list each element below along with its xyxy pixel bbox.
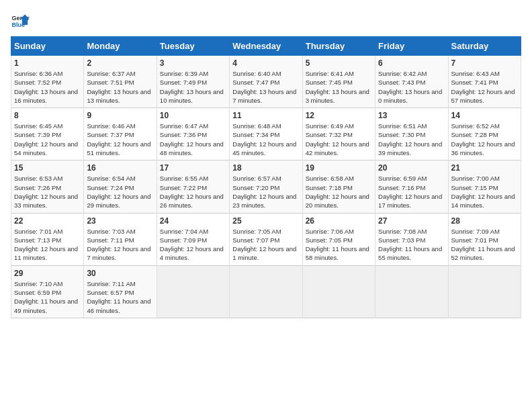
column-header-saturday: Saturday (448, 37, 521, 56)
sunrise-text: Sunrise: 6:58 AM (306, 174, 372, 183)
cell-content: Sunrise: 6:55 AM Sunset: 7:22 PM Dayligh… (160, 174, 226, 210)
column-header-sunday: Sunday (11, 37, 84, 56)
cell-content: Sunrise: 6:42 AM Sunset: 7:43 PM Dayligh… (378, 69, 445, 105)
column-header-monday: Monday (84, 37, 157, 56)
sunset-text: Sunset: 7:22 PM (160, 183, 226, 192)
sunrise-text: Sunrise: 6:53 AM (14, 174, 81, 183)
cell-content: Sunrise: 6:47 AM Sunset: 7:36 PM Dayligh… (160, 122, 226, 157)
cell-content: Sunrise: 6:37 AM Sunset: 7:51 PM Dayligh… (87, 69, 153, 105)
column-header-tuesday: Tuesday (157, 37, 229, 56)
sunset-text: Sunset: 6:57 PM (87, 288, 153, 297)
daylight-text: Daylight: 12 hours and 7 minutes. (87, 244, 153, 263)
sunrise-text: Sunrise: 7:00 AM (451, 174, 518, 183)
sunrise-text: Sunrise: 7:04 AM (160, 227, 226, 236)
sunrise-text: Sunrise: 6:48 AM (232, 122, 299, 130)
sunset-text: Sunset: 7:16 PM (378, 183, 445, 192)
cell-content: Sunrise: 6:52 AM Sunset: 7:28 PM Dayligh… (451, 122, 518, 157)
daylight-text: Daylight: 13 hours and 0 minutes. (378, 87, 445, 105)
sunset-text: Sunset: 7:20 PM (232, 183, 299, 192)
daylight-text: Daylight: 12 hours and 20 minutes. (306, 192, 372, 210)
calendar-cell (448, 265, 521, 318)
sunrise-text: Sunrise: 6:39 AM (160, 69, 226, 78)
sunrise-text: Sunrise: 6:41 AM (306, 69, 372, 78)
sunset-text: Sunset: 7:30 PM (378, 130, 445, 139)
daylight-text: Daylight: 11 hours and 58 minutes. (306, 244, 372, 263)
calendar-cell: 28 Sunrise: 7:09 AM Sunset: 7:01 PM Dayl… (448, 213, 521, 265)
calendar-cell: 30 Sunrise: 7:11 AM Sunset: 6:57 PM Dayl… (84, 265, 157, 318)
sunrise-text: Sunrise: 6:59 AM (378, 174, 445, 183)
day-number: 26 (306, 216, 372, 226)
day-number: 10 (160, 111, 226, 120)
cell-content: Sunrise: 6:46 AM Sunset: 7:37 PM Dayligh… (87, 122, 153, 157)
daylight-text: Daylight: 13 hours and 10 minutes. (160, 87, 226, 105)
day-number: 17 (160, 163, 226, 173)
sunset-text: Sunset: 7:11 PM (87, 236, 153, 244)
cell-content: Sunrise: 6:49 AM Sunset: 7:32 PM Dayligh… (306, 122, 372, 157)
column-header-friday: Friday (375, 37, 448, 56)
calendar-cell: 26 Sunrise: 7:06 AM Sunset: 7:05 PM Dayl… (302, 213, 375, 265)
daylight-text: Daylight: 13 hours and 16 minutes. (14, 87, 81, 105)
day-number: 4 (232, 58, 299, 68)
sunrise-text: Sunrise: 6:42 AM (378, 69, 445, 78)
cell-content: Sunrise: 7:05 AM Sunset: 7:07 PM Dayligh… (232, 227, 299, 263)
daylight-text: Daylight: 12 hours and 57 minutes. (451, 87, 518, 105)
daylight-text: Daylight: 13 hours and 3 minutes. (306, 87, 372, 105)
sunrise-text: Sunrise: 6:43 AM (451, 69, 518, 78)
day-number: 29 (14, 269, 81, 278)
calendar-week-row: 15 Sunrise: 6:53 AM Sunset: 7:26 PM Dayl… (11, 161, 521, 213)
calendar-cell: 15 Sunrise: 6:53 AM Sunset: 7:26 PM Dayl… (11, 161, 84, 213)
column-header-thursday: Thursday (302, 37, 375, 56)
calendar-cell (230, 265, 302, 318)
calendar-cell: 19 Sunrise: 6:58 AM Sunset: 7:18 PM Dayl… (302, 161, 375, 213)
cell-content: Sunrise: 6:45 AM Sunset: 7:39 PM Dayligh… (14, 122, 81, 157)
calendar-cell: 5 Sunrise: 6:41 AM Sunset: 7:45 PM Dayli… (302, 56, 375, 108)
calendar-cell: 24 Sunrise: 7:04 AM Sunset: 7:09 PM Dayl… (157, 213, 229, 265)
sunrise-text: Sunrise: 7:11 AM (87, 279, 153, 288)
sunrise-text: Sunrise: 6:49 AM (306, 122, 372, 130)
calendar-cell: 29 Sunrise: 7:10 AM Sunset: 6:59 PM Dayl… (11, 265, 84, 318)
calendar-week-row: 29 Sunrise: 7:10 AM Sunset: 6:59 PM Dayl… (11, 265, 521, 318)
cell-content: Sunrise: 6:54 AM Sunset: 7:24 PM Dayligh… (87, 174, 153, 210)
calendar-cell: 14 Sunrise: 6:52 AM Sunset: 7:28 PM Dayl… (448, 108, 521, 161)
cell-content: Sunrise: 6:41 AM Sunset: 7:45 PM Dayligh… (306, 69, 372, 105)
sunset-text: Sunset: 6:59 PM (14, 288, 81, 297)
calendar-cell (157, 265, 229, 318)
daylight-text: Daylight: 12 hours and 4 minutes. (160, 244, 226, 263)
day-number: 15 (14, 163, 81, 173)
daylight-text: Daylight: 11 hours and 52 minutes. (451, 244, 518, 263)
day-number: 27 (378, 216, 445, 226)
cell-content: Sunrise: 6:40 AM Sunset: 7:47 PM Dayligh… (232, 69, 299, 105)
calendar-cell: 11 Sunrise: 6:48 AM Sunset: 7:34 PM Dayl… (230, 108, 302, 161)
cell-content: Sunrise: 7:10 AM Sunset: 6:59 PM Dayligh… (14, 279, 81, 315)
day-number: 19 (306, 163, 372, 173)
calendar-cell: 10 Sunrise: 6:47 AM Sunset: 7:36 PM Dayl… (157, 108, 229, 161)
daylight-text: Daylight: 12 hours and 17 minutes. (378, 192, 445, 210)
calendar-cell: 25 Sunrise: 7:05 AM Sunset: 7:07 PM Dayl… (230, 213, 302, 265)
calendar-cell: 27 Sunrise: 7:08 AM Sunset: 7:03 PM Dayl… (375, 213, 448, 265)
sunrise-text: Sunrise: 7:06 AM (306, 227, 372, 236)
sunrise-text: Sunrise: 6:36 AM (14, 69, 81, 78)
sunrise-text: Sunrise: 6:37 AM (87, 69, 153, 78)
calendar-cell: 23 Sunrise: 7:03 AM Sunset: 7:11 PM Dayl… (84, 213, 157, 265)
cell-content: Sunrise: 7:01 AM Sunset: 7:13 PM Dayligh… (14, 227, 81, 263)
page-header: General Blue (11, 11, 521, 30)
sunset-text: Sunset: 7:07 PM (232, 236, 299, 244)
cell-content: Sunrise: 7:09 AM Sunset: 7:01 PM Dayligh… (451, 227, 518, 263)
sunset-text: Sunset: 7:36 PM (160, 130, 226, 139)
daylight-text: Daylight: 12 hours and 29 minutes. (87, 192, 153, 210)
calendar-cell: 18 Sunrise: 6:57 AM Sunset: 7:20 PM Dayl… (230, 161, 302, 213)
cell-content: Sunrise: 6:59 AM Sunset: 7:16 PM Dayligh… (378, 174, 445, 210)
daylight-text: Daylight: 12 hours and 48 minutes. (160, 140, 226, 158)
cell-content: Sunrise: 6:51 AM Sunset: 7:30 PM Dayligh… (378, 122, 445, 157)
sunset-text: Sunset: 7:26 PM (14, 183, 81, 192)
cell-content: Sunrise: 6:57 AM Sunset: 7:20 PM Dayligh… (232, 174, 299, 210)
sunrise-text: Sunrise: 6:51 AM (378, 122, 445, 130)
calendar-cell: 2 Sunrise: 6:37 AM Sunset: 7:51 PM Dayli… (84, 56, 157, 108)
column-header-wednesday: Wednesday (230, 37, 302, 56)
sunset-text: Sunset: 7:52 PM (14, 78, 81, 87)
sunset-text: Sunset: 7:15 PM (451, 183, 518, 192)
cell-content: Sunrise: 6:48 AM Sunset: 7:34 PM Dayligh… (232, 122, 299, 157)
daylight-text: Daylight: 12 hours and 54 minutes. (14, 140, 81, 158)
sunrise-text: Sunrise: 6:57 AM (232, 174, 299, 183)
calendar-table: SundayMondayTuesdayWednesdayThursdayFrid… (11, 36, 521, 318)
